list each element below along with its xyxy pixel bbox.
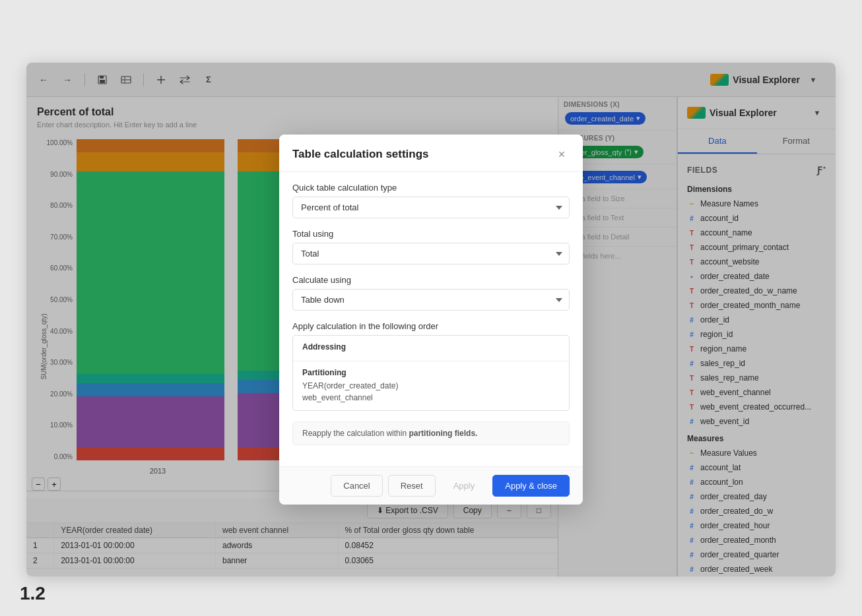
modal-footer: Cancel Reset Apply Apply & close	[279, 466, 583, 505]
cancel-button[interactable]: Cancel	[331, 475, 382, 497]
reset-button[interactable]: Reset	[388, 475, 436, 497]
calculate-using-group: Calculate using Table down	[292, 275, 570, 311]
version-label: 1.2	[20, 583, 46, 604]
addressing-box: Addressing Partitioning YEAR(order_creat…	[292, 335, 570, 411]
hint-box: Reapply the calculation within partition…	[292, 421, 570, 445]
modal-overlay[interactable]: Table calculation settings × Quick table…	[26, 63, 836, 576]
apply-close-button[interactable]: Apply & close	[492, 475, 570, 497]
modal-close-button[interactable]: ×	[554, 146, 570, 162]
hint-bold: partitioning fields.	[409, 429, 477, 438]
calc-order-group: Apply calculation in the following order…	[292, 321, 570, 411]
quick-calc-label: Quick table calculation type	[292, 183, 570, 193]
partition-value-2: web_event_channel	[302, 392, 560, 404]
quick-calc-select[interactable]: Percent of total	[292, 197, 570, 218]
apply-button[interactable]: Apply	[441, 475, 488, 497]
app-window: ← → Σ	[26, 63, 836, 576]
total-using-select[interactable]: Total	[292, 243, 570, 264]
total-using-label: Total using	[292, 229, 570, 239]
calculate-using-select[interactable]: Table down	[292, 289, 570, 311]
modal-header: Table calculation settings ×	[279, 135, 583, 172]
modal-title: Table calculation settings	[292, 148, 429, 161]
partitioning-title: Partitioning	[302, 368, 560, 377]
calc-order-label: Apply calculation in the following order	[292, 321, 570, 331]
partitioning-values: YEAR(order_created_date) web_event_chann…	[302, 380, 560, 404]
calculate-using-label: Calculate using	[292, 275, 570, 285]
modal-body: Quick table calculation type Percent of …	[279, 172, 583, 466]
partition-value-1: YEAR(order_created_date)	[302, 380, 560, 392]
hint-text: Reapply the calculation within partition…	[302, 429, 477, 438]
table-calculation-modal: Table calculation settings × Quick table…	[279, 135, 583, 505]
addressing-title: Addressing	[302, 342, 560, 352]
partitioning-row: Partitioning YEAR(order_created_date) we…	[293, 361, 569, 410]
addressing-row: Addressing	[293, 336, 569, 361]
total-using-group: Total using Total	[292, 229, 570, 264]
quick-calc-group: Quick table calculation type Percent of …	[292, 183, 570, 218]
